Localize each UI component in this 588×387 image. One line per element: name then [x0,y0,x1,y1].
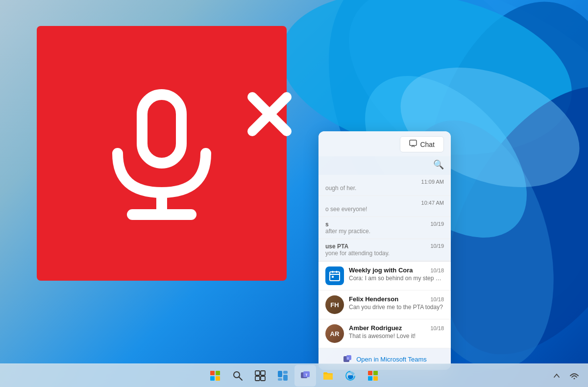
chat-panel: Chat 🔍 11:09 AM ough of her. 10:47 AM o … [318,131,451,370]
chat-name-weekly-jog: Weekly jog with Cora [349,266,413,274]
svg-rect-24 [255,371,260,375]
chat-tab-label: Chat [420,141,435,148]
svg-rect-28 [278,371,282,377]
avatar-amber: AR [325,324,344,343]
chat-name-felix: Felix Henderson [349,295,398,303]
taskbar-edge[interactable] [340,365,361,387]
svg-rect-25 [261,371,265,375]
chat-time-weekly-jog: 10/18 [430,267,444,273]
microphone-icon [98,85,225,222]
taskbar-center: T [204,365,384,387]
taskbar-explorer[interactable] [317,365,339,387]
svg-rect-14 [330,272,340,281]
partial-item-1[interactable]: 11:09 AM ough of her. [318,175,451,196]
chat-item-amber[interactable]: AR Amber Rodriguez 10/18 That is awesome… [318,319,451,348]
svg-text:T: T [305,373,308,377]
partial-item-3[interactable]: s 10/19 after my practice. [318,217,451,239]
svg-text:T: T [347,357,349,360]
svg-rect-30 [278,378,282,381]
search-icon[interactable]: 🔍 [433,159,444,170]
svg-rect-29 [283,371,288,374]
avatar-weekly-jog [325,266,344,285]
chat-content-felix: Felix Henderson 10/18 Can you drive me t… [349,295,444,311]
svg-line-23 [239,377,242,380]
svg-rect-8 [142,95,181,163]
chat-preview-felix: Can you drive me to the PTA today? [349,304,444,311]
taskbar-store[interactable] [362,365,384,387]
taskbar-right [549,365,582,387]
svg-point-39 [574,378,575,379]
svg-rect-26 [255,376,260,381]
taskview-icon [255,370,266,381]
svg-rect-31 [283,375,288,381]
explorer-icon [322,370,333,381]
chat-item-weekly-jog[interactable]: Weekly jog with Cora 10/18 Cora: I am so… [318,262,451,290]
svg-point-22 [234,372,240,378]
chat-tab[interactable]: Chat [400,136,444,152]
chat-taskbar-icon: T [300,370,311,381]
chat-content-amber: Amber Rodriguez 10/18 That is awesome! L… [349,324,444,339]
chat-preview-weekly-jog: Cora: I am so behind on my step goals. [349,275,444,282]
taskbar-start[interactable] [204,365,226,387]
taskbar-chat[interactable]: T [294,365,316,387]
windows-icon [210,371,220,381]
partial-chat-items: 11:09 AM ough of her. 10:47 AM o see eve… [318,175,451,261]
edge-icon [345,370,356,381]
taskbar-widgets[interactable] [272,365,294,387]
svg-rect-27 [261,376,265,381]
avatar-felix: FH [325,295,344,314]
taskbar: T [0,363,588,387]
partial-item-4[interactable]: use PTA 10/19 yone for attending today. [318,239,451,261]
chat-content-weekly-jog: Weekly jog with Cora 10/18 Cora: I am so… [349,266,444,282]
store-icon [368,370,378,381]
search-taskbar-icon [232,370,243,381]
teams-icon: T [343,354,352,364]
chevron-up-icon [553,372,560,379]
svg-rect-18 [332,276,334,278]
widgets-icon [277,370,288,381]
chat-name-amber: Amber Rodriguez [349,324,402,332]
taskbar-taskview[interactable] [249,365,271,387]
svg-rect-37 [368,376,372,381]
network-icon [570,372,579,379]
avatar-initials-felix: FH [330,301,339,309]
svg-rect-38 [373,376,378,381]
chat-search-bar: 🔍 [318,156,451,175]
taskbar-search[interactable] [227,365,248,387]
mic-mute-tile [37,26,287,281]
chat-time-amber: 10/18 [430,325,444,331]
system-tray-chevron[interactable] [549,365,564,387]
avatar-initials-amber: AR [330,330,340,338]
chat-item-felix[interactable]: FH Felix Henderson 10/18 Can you drive m… [318,290,451,319]
chat-preview-amber: That is awesome! Love it! [349,333,444,339]
svg-rect-35 [368,371,372,375]
chat-list: Weekly jog with Cora 10/18 Cora: I am so… [318,261,451,348]
open-teams-label: Open in Microsoft Teams [356,356,427,363]
chat-panel-header: Chat [318,131,451,156]
mute-x-icon [245,90,294,139]
chat-time-felix: 10/18 [430,296,444,302]
svg-rect-13 [410,140,416,145]
svg-rect-36 [373,371,378,375]
partial-item-2[interactable]: 10:47 AM o see everyone! [318,196,451,217]
chat-tab-icon [409,140,417,149]
system-tray-network[interactable] [566,365,582,387]
